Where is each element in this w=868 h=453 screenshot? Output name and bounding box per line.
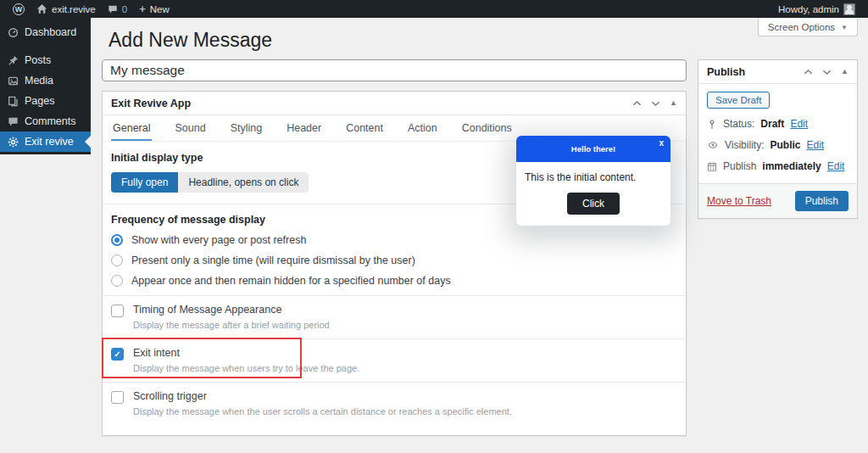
sidebar-item-dashboard[interactable]: Dashboard xyxy=(0,22,91,42)
edit-visibility-link[interactable]: Edit xyxy=(806,139,824,151)
publish-header: Publish ▲ xyxy=(698,60,857,84)
sidebar-item-posts[interactable]: Posts xyxy=(0,50,91,70)
message-title-input[interactable] xyxy=(102,59,687,81)
sidebar-item-exit-revive[interactable]: Exit revive xyxy=(0,131,91,152)
publish-body: Save Draft Status: Draft Edit Visib xyxy=(698,84,857,172)
screen-options-button[interactable]: Screen Options ▼ xyxy=(758,19,858,36)
site-name-label: exit.revive xyxy=(52,4,96,14)
chevron-down-icon: ▼ xyxy=(841,24,848,31)
toggle-description: Display the message when users try to le… xyxy=(133,363,359,373)
radio-button[interactable] xyxy=(111,254,123,266)
radio-button[interactable] xyxy=(111,275,123,287)
edit-schedule-link[interactable]: Edit xyxy=(827,160,845,172)
site-name-menu[interactable]: exit.revive xyxy=(31,0,102,18)
content-area: Screen Options ▼ Add New Message Exit Re… xyxy=(91,18,868,453)
comment-bubble-icon xyxy=(108,4,118,14)
publish-button[interactable]: Publish xyxy=(795,191,849,211)
move-up-button[interactable] xyxy=(804,69,813,76)
tab-content[interactable]: Content xyxy=(344,115,385,141)
popup-header: Hello there! x xyxy=(516,136,670,162)
scrolling-checkbox[interactable] xyxy=(111,391,124,404)
headline-opens-on-click-button[interactable]: Headline, opens on click xyxy=(178,172,309,193)
popup-body: This is the initial content. Click xyxy=(516,162,670,226)
toggle-scrolling: Scrolling trigger Display the message wh… xyxy=(111,383,677,425)
schedule-value: immediately xyxy=(762,160,821,172)
tab-header[interactable]: Header xyxy=(285,115,323,141)
panel-toggle-button[interactable]: ▲ xyxy=(670,99,677,107)
admin-bar: W exit.revive 0 + New Howdy, admin xyxy=(0,0,868,18)
publish-metabox: Publish ▲ Save Draft xyxy=(698,59,858,219)
exit-revive-metabox: Exit Revive App ▲ General Sound Sty xyxy=(102,91,687,436)
toggle-description: Display the message after a brief waitin… xyxy=(133,320,330,330)
admin-menu: Dashboard Posts Media Pages Comments Exi… xyxy=(0,18,91,154)
visibility-icon xyxy=(707,140,719,150)
radio-label: Show with every page or post refresh xyxy=(131,234,306,246)
sidebar-item-pages[interactable]: Pages xyxy=(0,91,91,111)
active-item-arrow xyxy=(79,136,91,148)
tab-sound[interactable]: Sound xyxy=(173,115,207,141)
toggle-exit-intent: ✓ Exit intent Display the message when u… xyxy=(111,339,677,382)
message-preview-popup: Hello there! x This is the initial conte… xyxy=(516,136,670,226)
gear-icon xyxy=(8,137,19,148)
close-icon[interactable]: x xyxy=(659,138,664,148)
radio-single-time[interactable]: Present only a single time (will require… xyxy=(111,254,677,266)
comments-count: 0 xyxy=(122,4,127,14)
schedule-prefix: Publish xyxy=(723,160,756,172)
account-menu[interactable]: Howdy, admin xyxy=(772,0,861,18)
sidebar-item-label: Media xyxy=(25,75,53,87)
move-to-trash-link[interactable]: Move to Trash xyxy=(707,195,771,207)
visibility-value: Public xyxy=(770,139,800,151)
wordpress-logo-menu[interactable]: W xyxy=(7,0,31,18)
toggle-text: Exit intent Display the message when use… xyxy=(133,347,359,373)
toggle-label: Timing of Message Appearance xyxy=(133,304,330,316)
publish-controls: ▲ xyxy=(804,68,849,76)
metabox-controls: ▲ xyxy=(632,99,677,107)
pages-icon xyxy=(8,96,19,107)
sidebar-item-comments[interactable]: Comments xyxy=(0,111,91,131)
tab-action[interactable]: Action xyxy=(406,115,439,141)
sidebar-item-label: Exit revive xyxy=(25,136,74,148)
radio-label: Present only a single time (will require… xyxy=(131,254,415,266)
save-draft-button[interactable]: Save Draft xyxy=(707,92,770,109)
sidebar-item-label: Pages xyxy=(25,95,54,107)
timing-checkbox[interactable] xyxy=(111,305,124,317)
radio-label: Appear once and then remain hidden for a… xyxy=(131,275,451,287)
panel-toggle-button[interactable]: ▲ xyxy=(841,68,849,76)
radio-button-selected[interactable] xyxy=(111,234,123,246)
menu-separator xyxy=(0,42,91,50)
sidebar-item-label: Posts xyxy=(25,54,51,66)
comments-menu[interactable]: 0 xyxy=(102,0,133,18)
avatar xyxy=(843,3,855,15)
visibility-prefix: Visibility: xyxy=(725,139,764,151)
metabox-title: Exit Revive App xyxy=(111,98,632,109)
main-column: Exit Revive App ▲ General Sound Sty xyxy=(102,59,687,436)
schedule-row: Publish immediately Edit xyxy=(707,160,849,172)
dashboard-icon xyxy=(8,27,19,38)
new-content-menu[interactable]: + New xyxy=(133,0,175,18)
side-column: Publish ▲ Save Draft xyxy=(698,59,858,219)
exit-intent-checkbox[interactable]: ✓ xyxy=(111,348,124,361)
tab-styling[interactable]: Styling xyxy=(229,115,264,141)
edit-status-link[interactable]: Edit xyxy=(790,118,808,130)
sidebar-item-media[interactable]: Media xyxy=(0,70,91,91)
radio-every-refresh[interactable]: Show with every page or post refresh xyxy=(111,234,677,246)
tab-general[interactable]: General xyxy=(111,115,152,141)
tab-conditions[interactable]: Conditions xyxy=(460,115,514,141)
move-down-button[interactable] xyxy=(651,100,660,107)
visibility-row: Visibility: Public Edit xyxy=(707,139,849,151)
fully-open-button[interactable]: Fully open xyxy=(111,172,178,193)
screen-options-label: Screen Options xyxy=(768,22,835,32)
popup-click-button[interactable]: Click xyxy=(567,193,620,215)
move-up-button[interactable] xyxy=(632,100,642,107)
comments-icon xyxy=(8,116,19,127)
status-prefix: Status: xyxy=(723,118,754,130)
toggle-description: Display the message when the user scroll… xyxy=(133,406,512,417)
radio-hidden-days[interactable]: Appear once and then remain hidden for a… xyxy=(111,275,677,287)
status-row: Status: Draft Edit xyxy=(707,118,849,130)
calendar-icon xyxy=(707,161,717,172)
move-down-button[interactable] xyxy=(822,69,832,76)
initial-display-segmented: Fully open Headline, opens on click xyxy=(111,172,309,193)
toggle-label: Exit intent xyxy=(133,347,359,359)
edit-columns: Exit Revive App ▲ General Sound Sty xyxy=(102,59,858,436)
toggle-text: Scrolling trigger Display the message wh… xyxy=(133,390,512,417)
